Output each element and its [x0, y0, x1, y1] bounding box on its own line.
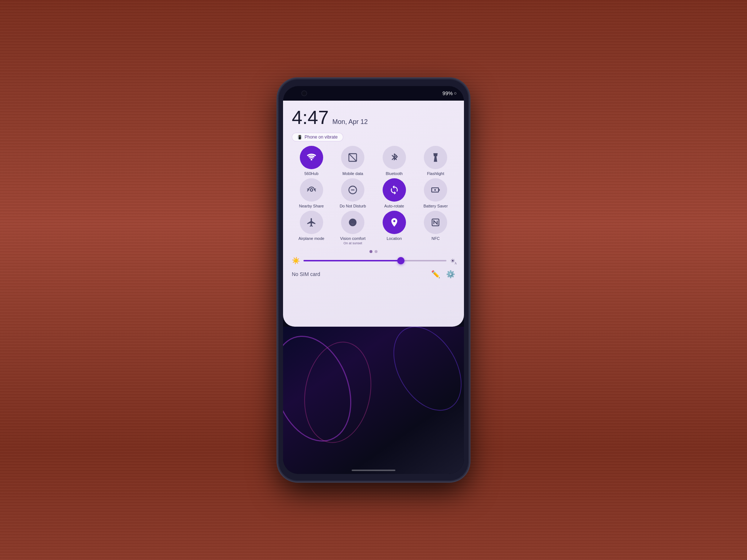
battery-icon: ○: [454, 90, 457, 96]
tile-nearby-share[interactable]: Nearby Share: [292, 178, 331, 209]
tile-battery-saver-label: Battery Saver: [423, 204, 448, 209]
tile-location[interactable]: Location: [375, 211, 414, 245]
tile-airplane-label: Airplane mode: [298, 236, 324, 241]
tile-560hub-label: 560Hub: [304, 171, 318, 176]
tile-nfc-label: NFC: [431, 236, 440, 241]
tile-dnd-icon: [341, 178, 364, 202]
quick-tiles-grid: 560Hub Mobile data: [292, 146, 455, 245]
svg-point-2: [310, 189, 313, 191]
vibrate-pill[interactable]: 📳 Phone on vibrate: [292, 133, 343, 141]
brightness-row: ☀️ ☀ A: [292, 257, 455, 265]
wallpaper-section: [283, 327, 464, 474]
tile-location-label: Location: [387, 236, 402, 241]
settings-button[interactable]: ⚙️: [446, 270, 455, 279]
time-display: 4:47: [292, 108, 329, 127]
tile-auto-rotate-icon: [383, 178, 406, 202]
tile-airplane-icon: [300, 211, 323, 234]
phone-device: 99% ○ 4:47 Mon, Apr 12 📳 Phone on vibrat…: [279, 79, 468, 481]
sim-status: No SIM card: [292, 271, 320, 277]
battery-level: 99%: [442, 90, 453, 96]
vibrate-icon: 📳: [297, 135, 302, 140]
tile-battery-saver[interactable]: Battery Saver: [416, 178, 456, 209]
bottom-icons: ✏️ ⚙️: [431, 270, 455, 279]
tile-vision-comfort-label: Vision comfort: [340, 236, 366, 241]
tile-560hub[interactable]: 560Hub: [292, 146, 331, 176]
tile-vision-comfort-icon: [341, 211, 364, 234]
svg-line-1: [349, 154, 357, 162]
tile-flashlight-label: Flashlight: [427, 171, 444, 176]
tile-nearby-share-label: Nearby Share: [299, 204, 324, 209]
tile-mobile-data-label: Mobile data: [342, 171, 363, 176]
tile-560hub-icon: [300, 146, 323, 169]
tile-nfc[interactable]: NFC: [416, 211, 456, 245]
tile-flashlight-icon: [424, 146, 447, 169]
wallpaper-curve-3: [379, 327, 464, 423]
notification-panel: 4:47 Mon, Apr 12 📳 Phone on vibrate: [283, 101, 464, 327]
brightness-slider[interactable]: [303, 260, 446, 261]
tile-nfc-icon: [424, 211, 447, 234]
page-dot-2: [375, 250, 378, 253]
tile-auto-rotate-label: Auto-rotate: [384, 204, 404, 209]
brightness-auto-icon: ☀ A: [450, 257, 455, 264]
tile-flashlight[interactable]: Flashlight: [416, 146, 456, 176]
edit-button[interactable]: ✏️: [431, 270, 440, 279]
tile-vision-comfort[interactable]: Vision comfort On at sunset: [333, 211, 373, 245]
tile-nearby-share-icon: [300, 178, 323, 202]
bottom-row: No SIM card ✏️ ⚙️: [292, 270, 455, 279]
tile-bluetooth-icon: [383, 146, 406, 169]
tile-dnd[interactable]: Do Not Disturb: [333, 178, 373, 209]
home-indicator[interactable]: [352, 470, 395, 471]
tile-bluetooth[interactable]: Bluetooth: [375, 146, 414, 176]
time-section: 4:47 Mon, Apr 12: [292, 108, 455, 127]
tile-auto-rotate[interactable]: Auto-rotate: [375, 178, 414, 209]
brightness-fill: [303, 260, 401, 261]
page-dots: [292, 250, 455, 253]
brightness-min-icon: ☀️: [292, 257, 300, 265]
phone-screen: 99% ○ 4:47 Mon, Apr 12 📳 Phone on vibrat…: [283, 86, 464, 474]
tile-airplane[interactable]: Airplane mode: [292, 211, 331, 245]
tile-bluetooth-label: Bluetooth: [386, 171, 403, 176]
camera-hole: [301, 90, 307, 96]
tile-vision-comfort-sublabel: On at sunset: [344, 241, 362, 245]
tile-mobile-data[interactable]: Mobile data: [333, 146, 373, 176]
page-dot-1: [369, 250, 372, 253]
tile-battery-saver-icon: [424, 178, 447, 202]
brightness-thumb[interactable]: [397, 257, 405, 264]
vibrate-label: Phone on vibrate: [305, 135, 338, 140]
tile-mobile-data-icon: [341, 146, 364, 169]
tile-location-icon: [383, 211, 406, 234]
status-bar: 99% ○: [283, 86, 464, 101]
tile-dnd-label: Do Not Disturb: [340, 204, 366, 209]
date-display: Mon, Apr 12: [332, 118, 368, 126]
